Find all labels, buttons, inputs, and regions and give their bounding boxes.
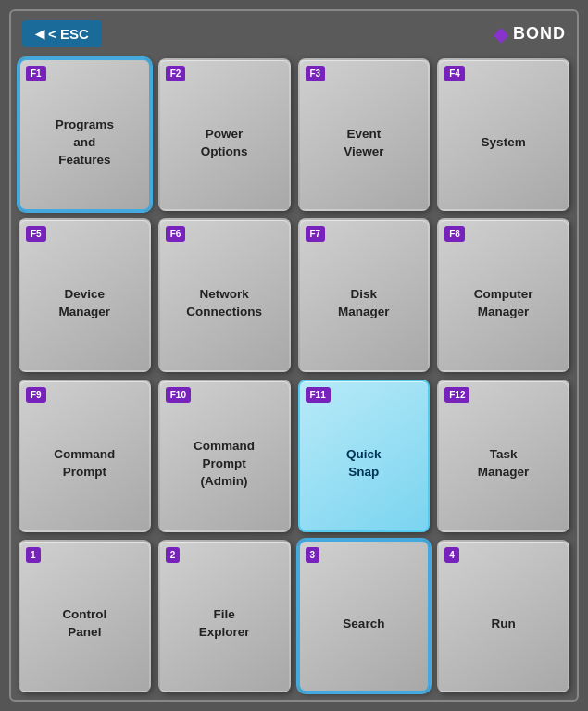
- tile-f6[interactable]: F6Network Connections: [158, 218, 291, 371]
- tile-f7[interactable]: F7Disk Manager: [298, 218, 431, 371]
- arrow-icon: ◀: [35, 27, 44, 41]
- esc-button[interactable]: ◀ < ESC: [22, 20, 102, 47]
- tile-3[interactable]: 3Search: [298, 540, 431, 692]
- main-container: ◀ < ESC ◆ BOND F1Programs and FeaturesF2…: [9, 9, 579, 702]
- key-badge-4: 4: [444, 547, 459, 563]
- key-badge-f1: F1: [26, 66, 46, 81]
- key-badge-f8: F8: [444, 226, 465, 242]
- key-badge-f2: F2: [166, 66, 186, 81]
- tile-f8[interactable]: F8Computer Manager: [437, 218, 569, 371]
- tile-f11[interactable]: F11Quick Snap: [298, 380, 431, 532]
- tile-f10[interactable]: F10Command Prompt (Admin): [158, 380, 291, 532]
- tile-f4[interactable]: F4System: [437, 58, 569, 211]
- tile-1[interactable]: 1Control Panel: [19, 540, 151, 692]
- tile-2[interactable]: 2File Explorer: [158, 540, 291, 692]
- header: ◀ < ESC ◆ BOND: [19, 19, 569, 49]
- key-badge-2: 2: [166, 547, 181, 563]
- shield-icon: ◆: [494, 23, 508, 45]
- grid-row-2: F5Device ManagerF6Network ConnectionsF7D…: [19, 218, 569, 371]
- tile-label-f12: Task Manager: [478, 446, 530, 481]
- grid-row-3: F9Command PromptF10Command Prompt (Admin…: [19, 380, 569, 532]
- tile-f3[interactable]: F3Event Viewer: [298, 58, 431, 211]
- key-badge-3: 3: [306, 547, 320, 563]
- tile-label-f10: Command Prompt (Admin): [194, 438, 255, 491]
- tile-label-f2: Power Options: [201, 126, 248, 161]
- tile-label-3: Search: [343, 616, 384, 633]
- tile-f12[interactable]: F12Task Manager: [437, 380, 569, 532]
- brand-name: BOND: [513, 24, 566, 44]
- tile-f2[interactable]: F2Power Options: [158, 58, 291, 211]
- key-badge-f12: F12: [444, 387, 469, 403]
- key-badge-f9: F9: [26, 387, 46, 403]
- grid-row-4: 1Control Panel2File Explorer3Search4Run: [19, 540, 569, 692]
- tile-label-f7: Disk Manager: [338, 286, 390, 321]
- tile-label-f9: Command Prompt: [54, 446, 115, 481]
- key-badge-f3: F3: [306, 66, 326, 81]
- grid-area: F1Programs and FeaturesF2Power OptionsF3…: [19, 58, 569, 692]
- tile-label-f3: Event Viewer: [344, 126, 383, 161]
- key-badge-1: 1: [26, 547, 41, 563]
- key-badge-f6: F6: [166, 226, 186, 242]
- tile-4[interactable]: 4Run: [437, 540, 569, 692]
- tile-label-f1: Programs and Features: [56, 117, 114, 169]
- tile-label-f11: Quick Snap: [346, 446, 382, 481]
- key-badge-f11: F11: [306, 387, 331, 403]
- tile-f5[interactable]: F5Device Manager: [19, 218, 151, 371]
- tile-label-f8: Computer Manager: [474, 286, 533, 321]
- key-badge-f10: F10: [166, 387, 191, 403]
- key-badge-f5: F5: [26, 226, 46, 242]
- esc-label: < ESC: [48, 26, 89, 42]
- brand-logo: ◆ BOND: [494, 23, 566, 45]
- key-badge-f4: F4: [444, 66, 465, 81]
- tile-label-f5: Device Manager: [59, 286, 111, 321]
- key-badge-f7: F7: [306, 226, 326, 242]
- tile-label-1: Control Panel: [62, 606, 106, 642]
- tile-label-4: Run: [492, 616, 516, 633]
- tile-label-f6: Network Connections: [186, 286, 262, 321]
- tile-label-2: File Explorer: [199, 606, 250, 642]
- grid-row-1: F1Programs and FeaturesF2Power OptionsF3…: [19, 58, 569, 211]
- tile-label-f4: System: [482, 134, 526, 152]
- tile-f9[interactable]: F9Command Prompt: [19, 380, 151, 532]
- tile-f1[interactable]: F1Programs and Features: [19, 58, 151, 211]
